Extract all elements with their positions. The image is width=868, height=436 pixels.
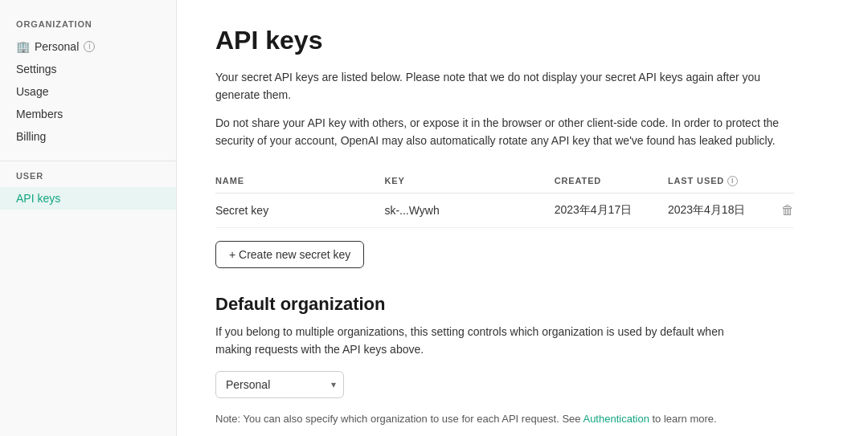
create-btn-label: + Create new secret key [229,248,350,261]
sidebar-item-billing[interactable]: Billing [0,125,176,148]
last-used-info-icon: i [727,176,738,186]
key-name: Secret key [215,193,384,227]
main-content: API keys Your secret API keys are listed… [177,0,868,436]
note-suffix: to learn more. [649,413,717,425]
sidebar-usage-label: Usage [16,85,48,98]
note-text: Note: You can also specify which organiz… [215,411,762,428]
create-new-secret-key-button[interactable]: + Create new secret key [215,241,364,268]
api-keys-table: NAME KEY CREATED LAST USED i Secret key … [215,169,794,228]
note-prefix: Note: You can also specify which organiz… [215,413,583,425]
user-section-label: USER [0,171,176,187]
key-last-used: 2023年4月18日 [668,193,781,227]
sidebar-billing-label: Billing [16,130,46,143]
authentication-link[interactable]: Authentication [583,413,649,425]
building-icon: 🏢 [16,40,30,53]
col-header-last-used: LAST USED i [668,169,781,194]
org-select-wrapper: Personal ▾ [215,371,344,398]
org-name: Personal [35,40,79,53]
org-select[interactable]: Personal [215,371,344,398]
col-header-key: KEY [384,169,554,194]
col-header-actions [781,169,794,194]
sidebar-item-settings[interactable]: Settings [0,58,176,80]
key-value: sk-...Wywh [384,193,554,227]
sidebar-api-keys-label: API keys [16,192,60,205]
info-icon: i [84,41,95,52]
last-used-label: LAST USED [668,176,724,185]
col-header-name: NAME [215,169,384,194]
key-created: 2023年4月17日 [555,193,668,227]
description-1: Your secret API keys are listed below. P… [215,68,794,104]
default-org-title: Default organization [215,294,829,315]
sidebar-item-members[interactable]: Members [0,103,176,125]
default-org-desc: If you belong to multiple organizations,… [215,323,762,359]
sidebar-members-label: Members [16,108,63,120]
sidebar-item-personal[interactable]: 🏢 Personal i [0,35,176,58]
description-2: Do not share your API key with others, o… [215,114,794,150]
col-header-created: CREATED [555,169,668,194]
page-title: API keys [215,26,829,55]
sidebar-divider [0,161,176,161]
org-section-label: ORGANIZATION [0,19,176,35]
sidebar-item-api-keys[interactable]: API keys [0,187,176,210]
sidebar-settings-label: Settings [16,63,57,75]
sidebar: ORGANIZATION 🏢 Personal i Settings Usage… [0,0,177,436]
delete-key-button[interactable]: 🗑 [781,203,794,217]
table-row: Secret key sk-...Wywh 2023年4月17日 2023年4月… [215,193,794,227]
sidebar-item-usage[interactable]: Usage [0,80,176,103]
